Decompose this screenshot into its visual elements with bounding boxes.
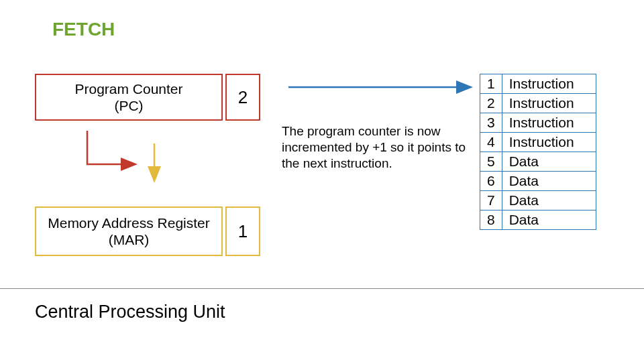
memory-content: Instruction [502,113,596,133]
memory-address-register-box: Memory Address Register (MAR) [35,206,223,256]
phase-title: FETCH [52,19,115,40]
memory-row: 4Instruction [480,133,596,152]
memory-content: Instruction [502,94,596,113]
explanation-text: The program counter is now incremented b… [282,123,483,171]
memory-address: 7 [480,191,502,210]
program-counter-box: Program Counter (PC) [35,74,223,121]
memory-content: Data [502,152,596,172]
memory-address: 8 [480,210,502,230]
memory-row: 6Data [480,172,596,191]
memory-content: Data [502,191,596,210]
memory-address: 1 [480,74,502,94]
memory-content: Instruction [502,133,596,152]
divider-line [0,288,644,289]
memory-address: 2 [480,94,502,113]
memory-row: 2Instruction [480,94,596,113]
program-counter-label: Program Counter (PC) [74,80,182,114]
cpu-label: Central Processing Unit [35,302,225,322]
memory-address: 5 [480,152,502,172]
memory-row: 7Data [480,191,596,210]
program-counter-value: 2 [225,74,260,121]
memory-row: 3Instruction [480,113,596,133]
memory-content: Data [502,172,596,191]
memory-table: 1Instruction2Instruction3Instruction4Ins… [480,74,596,230]
memory-content: Instruction [502,74,596,94]
memory-address-register-value: 1 [225,206,260,256]
memory-address: 6 [480,172,502,191]
memory-content: Data [502,210,596,230]
memory-row: 8Data [480,210,596,230]
memory-address: 3 [480,113,502,133]
arrow-pc-to-mar-red [87,131,134,164]
memory-row: 5Data [480,152,596,172]
memory-address-register-label: Memory Address Register (MAR) [48,215,210,248]
memory-row: 1Instruction [480,74,596,94]
memory-address: 4 [480,133,502,152]
memory-table-body: 1Instruction2Instruction3Instruction4Ins… [480,74,596,230]
